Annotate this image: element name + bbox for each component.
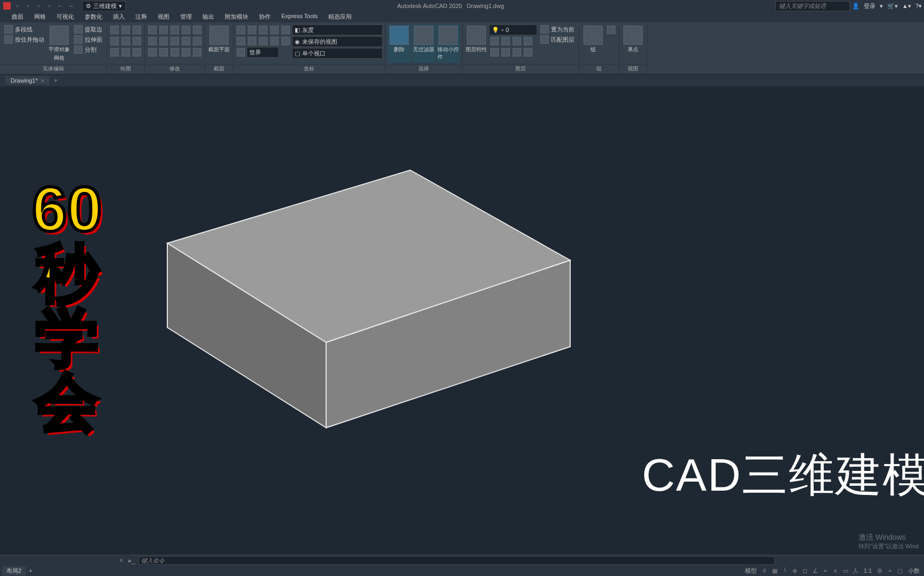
tab-addins[interactable]: 附加模块 (220, 12, 254, 22)
command-line[interactable]: × ▸_ 键入命令 (0, 555, 924, 565)
tab-surface[interactable]: 曲面 (6, 12, 29, 22)
layer-b6[interactable] (500, 47, 511, 58)
tab-annotate[interactable]: 注释 (130, 12, 152, 22)
tab-parametric[interactable]: 参数化 (79, 12, 108, 22)
chamfer-button[interactable] (181, 47, 191, 58)
rotate-button[interactable] (158, 25, 169, 35)
tab-manage[interactable]: 管理 (175, 12, 197, 22)
erase-button[interactable] (181, 25, 191, 35)
gear-icon[interactable]: ⚙ (876, 566, 884, 575)
align-button[interactable] (169, 47, 180, 58)
close-icon[interactable]: × (41, 77, 44, 84)
ellipse-button[interactable] (132, 36, 142, 46)
ucs11-button[interactable] (236, 47, 246, 58)
layer-dropdown[interactable]: 💡▫0 (489, 25, 537, 35)
ucs9-button[interactable] (269, 36, 280, 46)
explode-button[interactable] (169, 36, 180, 46)
circle-button[interactable] (132, 25, 142, 35)
snap-icon[interactable]: ▦ (771, 566, 779, 575)
stretch-button[interactable] (181, 36, 191, 46)
print-icon[interactable]: ▫ (45, 1, 54, 11)
match-layer-button[interactable]: 匹配图层 (538, 35, 577, 44)
layout-tab[interactable]: 布局2 (2, 566, 26, 575)
layer-b8[interactable] (523, 47, 533, 58)
osnap-icon[interactable]: ◻ (801, 566, 809, 575)
close-cmd-icon[interactable]: × (117, 557, 125, 564)
layer-b3[interactable] (512, 36, 522, 46)
smooth-button[interactable]: 平滑对象 网格 (47, 25, 71, 63)
ucs10-button[interactable] (280, 36, 291, 46)
blend-button[interactable] (192, 47, 202, 58)
login-button[interactable]: 登录 (864, 2, 876, 10)
visual-style-dropdown[interactable]: ◧灰度 (292, 25, 383, 35)
file-tab[interactable]: Drawing1* × (5, 76, 50, 85)
layer-props-button[interactable]: 图层特性 (465, 25, 488, 63)
viewport-dropdown[interactable]: ▢单个视口 (292, 48, 383, 59)
offset-button[interactable] (158, 47, 169, 58)
polar-icon[interactable]: ⊕ (791, 566, 799, 575)
user-icon[interactable]: 👤 (852, 3, 860, 10)
ucs4-button[interactable] (269, 25, 280, 35)
copy-button[interactable] (192, 25, 202, 35)
tab-featured[interactable]: 精选应用 (323, 12, 357, 22)
autocad-logo-icon[interactable] (2, 1, 12, 11)
group-edit-button[interactable] (606, 25, 617, 35)
command-input[interactable]: 键入命令 (139, 556, 775, 565)
base-point-button[interactable]: 基点 (621, 25, 645, 63)
grid-icon[interactable]: # (760, 566, 769, 575)
set-current-button[interactable]: 置为当前 (538, 25, 577, 34)
tab-express[interactable]: Express Tools (276, 12, 323, 22)
ucs3-button[interactable] (258, 25, 269, 35)
mirror-button[interactable] (147, 36, 158, 46)
layer-b2[interactable] (500, 36, 511, 46)
person-icon[interactable]: 人 (852, 566, 860, 575)
ucs5-button[interactable] (280, 25, 291, 35)
tab-output[interactable]: 输出 (197, 12, 220, 22)
redo-icon[interactable]: → (66, 1, 76, 11)
extrude-face-button[interactable]: 拉伸面 (72, 35, 104, 44)
workspace-selector[interactable]: ⚙ 三维建模 ▾ (82, 1, 126, 11)
ucs7-button[interactable] (247, 36, 257, 46)
view-dropdown[interactable]: ◉未保存的视图 (292, 36, 383, 47)
ratio-button[interactable]: 1:1 (862, 567, 874, 574)
move-button[interactable] (147, 25, 158, 35)
layer-b7[interactable] (512, 47, 522, 58)
undo-icon[interactable]: ← (55, 1, 65, 11)
tab-collab[interactable]: 协作 (254, 12, 276, 22)
ucs8-button[interactable] (258, 36, 269, 46)
spline-button[interactable] (109, 47, 120, 58)
arc-button[interactable] (120, 25, 131, 35)
tab-visualize[interactable]: 可视化 (51, 12, 79, 22)
model-button[interactable]: 模型 (743, 566, 759, 575)
tpy-icon[interactable]: ▭ (841, 566, 850, 575)
tab-mesh[interactable]: 网格 (29, 12, 51, 22)
tab-view[interactable]: 视图 (152, 12, 175, 22)
new-icon[interactable]: ▫ (13, 1, 22, 11)
group-button[interactable]: 组 (581, 25, 605, 63)
decimal-button[interactable]: 小数 (906, 566, 922, 575)
search-input[interactable]: 键入关键字或短语 (775, 1, 850, 11)
help-icon[interactable]: ?▾ (915, 3, 922, 10)
open-icon[interactable]: ▫ (23, 1, 33, 11)
plus-icon[interactable]: + (886, 566, 894, 575)
extract-edge-button[interactable]: 提取边 (72, 25, 104, 34)
polyline-button[interactable]: 多段线 (2, 25, 46, 34)
monitor-icon[interactable]: ▢ (896, 566, 904, 575)
ucs6-button[interactable] (236, 36, 246, 46)
share-icon[interactable]: ▲▾ (902, 3, 911, 10)
layer-b1[interactable] (489, 36, 500, 46)
cart-icon[interactable]: 🛒▾ (887, 3, 898, 10)
split-button[interactable]: 分割 (72, 45, 104, 54)
delete-button[interactable]: 删除 (387, 25, 411, 63)
line-button[interactable] (109, 25, 120, 35)
point-button[interactable] (132, 47, 142, 58)
layer-b4[interactable] (523, 36, 533, 46)
ortho-icon[interactable]: └ (781, 566, 789, 575)
rect-button[interactable] (109, 36, 120, 46)
array-button[interactable] (147, 47, 158, 58)
fillet-button[interactable] (158, 36, 169, 46)
scale-button[interactable] (192, 36, 202, 46)
tab-insert[interactable]: 插入 (108, 12, 130, 22)
nofilter-button[interactable]: 无过滤器 (412, 25, 435, 63)
add-tab-button[interactable]: + (50, 76, 62, 85)
